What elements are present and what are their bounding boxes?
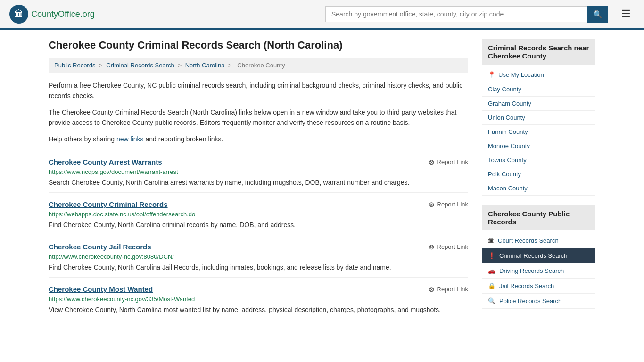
record-url-0[interactable]: https://www.ncdps.gov/document/warrant-a… [49, 168, 468, 175]
record-url-3[interactable]: https://www.cherokeecounty-nc.gov/335/Mo… [49, 296, 468, 303]
record-title-1[interactable]: Cherokee County Criminal Records [49, 200, 168, 208]
sidebar-record-item[interactable]: 🏛 Court Records Search [482, 233, 595, 248]
menu-button[interactable]: ☰ [618, 6, 635, 22]
breadcrumb-criminal-records[interactable]: Criminal Records Search [106, 62, 174, 69]
sidebar-county-item: Graham County [482, 97, 595, 111]
record-entry: Cherokee County Most Wanted ⊗ Report Lin… [49, 277, 468, 320]
sidebar-nearby-section: Criminal Records Search near Cherokee Co… [482, 39, 595, 196]
sidebar-record-item[interactable]: ❗ Criminal Records Search [482, 248, 595, 263]
report-icon: ⊗ [429, 158, 435, 166]
sidebar-county-item: Fannin County [482, 125, 595, 139]
record-entry: Cherokee County Criminal Records ⊗ Repor… [49, 192, 468, 235]
report-link-3[interactable]: ⊗ Report Link [429, 285, 468, 294]
record-desc-3: View Cherokee County, North Carolina mos… [49, 305, 468, 315]
search-input[interactable] [325, 6, 587, 22]
report-label: Report Link [437, 158, 468, 165]
report-icon: ⊗ [429, 243, 435, 251]
sidebar-record-item[interactable]: 🔒 Jail Records Search [482, 279, 595, 294]
search-bar: 🔍 [325, 6, 608, 23]
report-icon: ⊗ [429, 285, 435, 294]
county-link-2[interactable]: Union County [488, 114, 525, 121]
county-link-6[interactable]: Polk County [488, 171, 521, 178]
record-type-link-3[interactable]: Jail Records Search [499, 282, 554, 289]
page-title: Cherokee County Criminal Records Search … [49, 39, 468, 51]
new-links-link[interactable]: new links [116, 135, 144, 143]
breadcrumb-north-carolina[interactable]: North Carolina [185, 62, 225, 69]
public-records-list: 🏛 Court Records Search ❗ Criminal Record… [482, 233, 595, 309]
report-label: Report Link [437, 201, 468, 208]
county-link-0[interactable]: Clay County [488, 86, 521, 93]
sidebar-county-item: Monroe County [482, 139, 595, 153]
sidebar-public-records-header: Cherokee County Public Records [482, 205, 595, 230]
record-title-0[interactable]: Cherokee County Arrest Warrants [49, 158, 162, 166]
sidebar-county-item: Towns County [482, 153, 595, 167]
intro-para2: The Cherokee County Criminal Records Sea… [49, 107, 468, 128]
record-desc-2: Find Cherokee County, North Carolina Jai… [49, 263, 468, 272]
county-link-3[interactable]: Fannin County [488, 128, 528, 135]
report-label: Report Link [437, 243, 468, 250]
header: 🏛 CountyOffice.org 🔍 ☰ [0, 0, 644, 30]
record-header: Cherokee County Jail Records ⊗ Report Li… [49, 243, 468, 251]
record-desc-1: Find Cherokee County, North Carolina cri… [49, 220, 468, 230]
intro-para3: Help others by sharing new links and rep… [49, 134, 468, 144]
breadcrumb: Public Records > Criminal Records Search… [49, 58, 468, 73]
record-type-icon-3: 🔒 [488, 282, 495, 289]
record-url-2[interactable]: http://www.cherokeecounty-nc.gov:8080/DC… [49, 253, 468, 260]
record-type-link-0[interactable]: Court Records Search [498, 237, 559, 244]
sidebar: Criminal Records Search near Cherokee Co… [482, 39, 595, 320]
sidebar-public-records-section: Cherokee County Public Records 🏛 Court R… [482, 205, 595, 309]
sidebar-county-item: Union County [482, 111, 595, 125]
location-icon: 📍 [488, 71, 495, 78]
county-link-4[interactable]: Monroe County [488, 142, 530, 149]
breadcrumb-cherokee-county: Cherokee County [237, 62, 285, 69]
record-desc-0: Search Cherokee County, North Carolina a… [49, 178, 468, 188]
record-title-2[interactable]: Cherokee County Jail Records [49, 243, 151, 251]
logo-text: CountyOffice.org [31, 9, 95, 19]
record-type-icon-4: 🔍 [488, 297, 495, 304]
sidebar-use-my-location[interactable]: 📍 Use My Location [482, 67, 595, 82]
record-type-icon-2: 🚗 [488, 267, 495, 274]
sidebar-county-list: Clay CountyGraham CountyUnion CountyFann… [482, 82, 595, 196]
report-link-2[interactable]: ⊗ Report Link [429, 243, 468, 251]
logo-link[interactable]: 🏛 CountyOffice.org [9, 5, 95, 24]
record-header: Cherokee County Arrest Warrants ⊗ Report… [49, 158, 468, 166]
record-type-link-2[interactable]: Driving Records Search [499, 267, 564, 274]
county-link-5[interactable]: Towns County [488, 156, 527, 164]
report-label: Report Link [437, 286, 468, 293]
county-link-7[interactable]: Macon County [488, 185, 528, 192]
record-entry: Cherokee County Arrest Warrants ⊗ Report… [49, 150, 468, 192]
county-link-1[interactable]: Graham County [488, 100, 531, 107]
record-entry: Cherokee County Jail Records ⊗ Report Li… [49, 235, 468, 277]
use-my-location-link[interactable]: Use My Location [498, 71, 544, 78]
sidebar-nearby-header: Criminal Records Search near Cherokee Co… [482, 39, 595, 65]
search-button[interactable]: 🔍 [587, 6, 608, 23]
record-header: Cherokee County Criminal Records ⊗ Repor… [49, 200, 468, 209]
logo-icon: 🏛 [9, 5, 28, 24]
report-icon: ⊗ [429, 200, 435, 209]
breadcrumb-public-records[interactable]: Public Records [54, 62, 95, 69]
record-title-3[interactable]: Cherokee County Most Wanted [49, 285, 153, 293]
content-area: Cherokee County Criminal Records Search … [49, 39, 468, 320]
records-container: Cherokee County Arrest Warrants ⊗ Report… [49, 150, 468, 320]
sidebar-county-item: Macon County [482, 181, 595, 196]
intro-para1: Perform a free Cherokee County, NC publi… [49, 80, 468, 101]
main-container: Cherokee County Criminal Records Search … [39, 30, 605, 329]
sidebar-record-item[interactable]: 🚗 Driving Records Search [482, 263, 595, 279]
record-header: Cherokee County Most Wanted ⊗ Report Lin… [49, 285, 468, 294]
sidebar-record-item[interactable]: 🔍 Police Records Search [482, 294, 595, 309]
record-type-link-4[interactable]: Police Records Search [499, 297, 561, 304]
record-type-icon-0: 🏛 [488, 237, 494, 244]
sidebar-county-item: Clay County [482, 82, 595, 97]
sidebar-county-item: Polk County [482, 167, 595, 181]
record-type-link-1[interactable]: Criminal Records Search [499, 252, 568, 259]
report-link-0[interactable]: ⊗ Report Link [429, 158, 468, 166]
report-link-1[interactable]: ⊗ Report Link [429, 200, 468, 209]
record-url-1[interactable]: https://webapps.doc.state.nc.us/opi/offe… [49, 211, 468, 218]
record-type-icon-1: ❗ [488, 252, 495, 259]
